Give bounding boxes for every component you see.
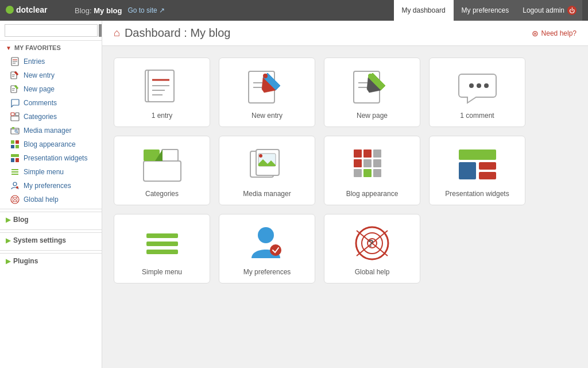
svg-line-18 [17,132,18,133]
tile-comment-icon [454,67,500,107]
sidebar-item-categories[interactable]: Categories [0,110,102,124]
main-content: ⌂ Dashboard : My blog ⊛ Need help? [102,21,588,368]
svg-rect-25 [16,158,19,162]
simple-menu-icon [10,167,20,177]
tile-blog-appearance[interactable]: Blog appearance [324,136,420,205]
sidebar-group-system-settings[interactable]: ▶ System settings [0,232,102,248]
svg-rect-23 [11,154,19,157]
favorites-triangle: ▼ [6,45,11,51]
sidebar-item-new-page[interactable]: New page [0,82,102,96]
sidebar-item-entries[interactable]: Entries [0,55,102,68]
svg-rect-52 [144,161,181,181]
my-preferences-btn[interactable]: My preferences [454,0,517,21]
tile-help-label: Global help [355,268,390,276]
svg-point-48 [368,74,373,78]
tile-appearance-label: Blog appearance [346,190,399,198]
logo: dotclear [6,3,63,18]
global-help-sidebar-icon [10,195,20,204]
sidebar-entries-label: Entries [24,57,45,66]
sidebar-divider-2 [0,229,102,230]
sidebar-media-label: Media manager [24,126,71,135]
tile-my-preferences[interactable]: My preferences [219,214,315,283]
svg-rect-67 [373,169,381,177]
power-icon: ⏻ [567,6,577,15]
svg-rect-19 [11,140,14,144]
svg-rect-62 [354,159,362,167]
sidebar-item-comments[interactable]: Comments [0,96,102,110]
tile-media-icon [244,145,290,185]
sidebar-new-entry-label: New entry [24,71,55,79]
main-header: ⌂ Dashboard : My blog ⊛ Need help? [102,21,588,46]
topbar: dotclear Blog: My blog Go to site ↗ My d… [0,0,588,21]
svg-rect-14 [16,113,19,116]
new-page-icon [10,85,20,94]
favorites-header: ▼ My Favorites [0,41,102,55]
search-input[interactable] [5,24,98,37]
dashboard-row-1: 1 entry New entry [114,57,577,127]
svg-point-29 [13,182,17,186]
svg-rect-12 [11,116,19,121]
tile-new-page-label: New page [357,112,388,120]
categories-icon [10,112,20,121]
sidebar-item-blog-appearance[interactable]: Blog appearance [0,137,102,151]
tile-media-label: Media manager [243,190,291,198]
svg-rect-60 [363,150,372,158]
plugins-arrow: ▶ [6,258,10,265]
tile-categories-label: Categories [145,190,179,198]
system-group-label: System settings [13,236,66,244]
sidebar-item-simple-menu[interactable]: Simple menu [0,165,102,179]
tile-presentation-widgets[interactable]: Presentation widgets [429,136,525,205]
svg-point-44 [263,74,268,78]
tile-new-page[interactable]: New page [324,57,420,127]
my-dashboard-btn[interactable]: My dashboard [394,0,454,21]
goto-site-link[interactable]: Go to site ↗ [127,6,165,14]
new-entry-icon [10,71,20,80]
svg-rect-65 [354,169,362,177]
blog-info: Blog: My blog [75,6,122,15]
tile-1-entry-label: 1 entry [152,112,173,120]
home-icon: ⌂ [114,27,120,39]
sidebar-comments-label: Comments [24,99,57,107]
svg-rect-59 [354,150,362,158]
plugins-group-label: Plugins [13,257,38,265]
tile-global-help[interactable]: ? Global help [324,214,420,283]
svg-rect-16 [12,127,14,129]
svg-rect-63 [363,159,372,167]
tile-media-manager[interactable]: Media manager [219,136,315,205]
sidebar-item-my-preferences[interactable]: My preferences [0,179,102,193]
tile-new-entry[interactable]: New entry [219,57,315,127]
tile-1-entry[interactable]: 1 entry [114,57,210,127]
sidebar-item-new-entry[interactable]: New entry [0,68,102,82]
svg-point-30 [16,186,18,189]
logout-btn[interactable]: Logout admin ⏻ [517,0,582,21]
sidebar-new-page-label: New page [24,85,55,93]
svg-point-58 [259,154,262,158]
sidebar-appearance-label: Blog appearance [24,140,76,148]
svg-rect-54 [162,150,178,161]
widgets-icon [10,154,20,163]
sidebar-group-plugins[interactable]: ▶ Plugins [0,253,102,269]
tile-categories[interactable]: Categories [114,136,210,205]
tile-widgets-label: Presentation widgets [445,190,509,198]
svg-rect-74 [146,250,178,254]
sidebar-item-media-manager[interactable]: Media manager [0,124,102,137]
sidebar-item-global-help[interactable]: Global help [0,193,102,206]
sidebar-divider-1 [0,209,102,209]
system-arrow: ▶ [6,237,10,244]
tile-simple-menu[interactable]: Simple menu [114,214,210,283]
tile-new-entry-icon [244,67,290,107]
svg-point-50 [477,83,481,88]
sidebar-widgets-label: Presentation widgets [24,154,87,162]
sidebar-item-presentation-widgets[interactable]: Presentation widgets [0,151,102,165]
need-help-link[interactable]: ⊛ Need help? [532,29,577,38]
page-title: ⌂ Dashboard : My blog [114,26,230,40]
svg-rect-73 [146,241,178,246]
tile-entries-icon [139,67,185,107]
sidebar-group-blog[interactable]: ▶ Blog [0,212,102,227]
tile-1-comment[interactable]: 1 comment [429,57,525,127]
svg-rect-22 [16,145,19,148]
tile-new-page-icon [349,67,395,107]
svg-rect-71 [479,172,496,179]
tile-preferences-icon [244,223,290,263]
svg-text:?: ? [368,239,374,248]
